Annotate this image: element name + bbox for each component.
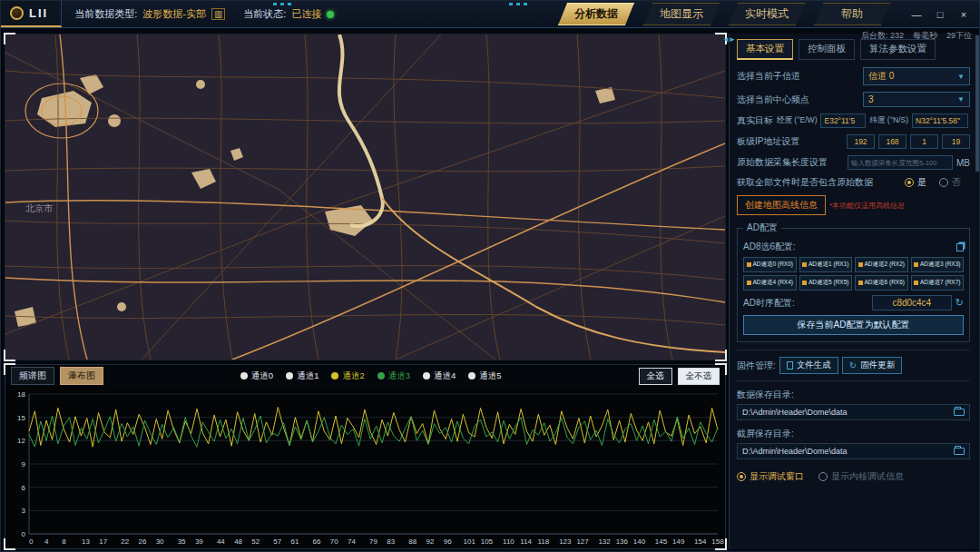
- firmware-update-button[interactable]: ↻固件更新: [842, 357, 902, 374]
- ad-channel-7-button[interactable]: AD通道7 (RX7): [911, 275, 965, 291]
- legend-channel-3[interactable]: 通道3: [377, 370, 410, 382]
- divider: [737, 350, 970, 350]
- capture-unit-label: MB: [956, 158, 970, 168]
- nav-analyze-data[interactable]: 分析数据: [558, 3, 634, 25]
- show-kernel-debug-radio[interactable]: [818, 472, 828, 481]
- svg-text:3: 3: [22, 507, 26, 515]
- ad-channel-0-button[interactable]: AD通道0 (RX0): [743, 257, 797, 272]
- folder-icon[interactable]: [954, 409, 965, 416]
- status-meta: 后台数: 232 每毫秒 29下位: [861, 30, 972, 42]
- ad-channel-icon: [802, 281, 807, 285]
- logo-text: LII: [29, 6, 48, 20]
- save-ad-config-button[interactable]: 保存当前AD配置为默认配置: [743, 315, 964, 335]
- ad-channel-icon: [747, 281, 751, 285]
- legend-channel-1[interactable]: 通道1: [286, 370, 318, 382]
- settings-scrollbar[interactable]: [975, 34, 979, 549]
- latitude-field[interactable]: [912, 113, 968, 128]
- longitude-label: 经度 (°E/W): [777, 115, 817, 126]
- include-raw-no-radio[interactable]: [939, 178, 948, 187]
- data-type-value: 波形数据-实部: [142, 7, 206, 21]
- svg-text:26: 26: [138, 537, 146, 546]
- spectrum-panel: 频谱图 瀑布图 通道0 通道1 通道2 通道3 通道4 通道5 全选 全不选 0…: [5, 364, 726, 549]
- ad-timing-label: AD时序配置:: [743, 297, 868, 310]
- corner-bracket-icon: [4, 350, 15, 361]
- capture-length-field[interactable]: [848, 155, 953, 170]
- svg-text:13: 13: [82, 537, 90, 546]
- svg-text:114: 114: [520, 537, 532, 546]
- deselect-all-button[interactable]: 全不选: [678, 368, 720, 385]
- ip-octet-1-field[interactable]: [847, 134, 875, 149]
- tab-algorithm-params[interactable]: 算法参数设置: [860, 39, 936, 60]
- refresh-icon[interactable]: ↻: [956, 297, 964, 309]
- screenshot-dir-field[interactable]: D:\Admin\Header\Dome\data: [737, 443, 970, 459]
- tab-spectrogram[interactable]: 频谱图: [11, 367, 54, 385]
- svg-text:83: 83: [387, 537, 395, 546]
- ad-channel-label: AD通道0 (RX0): [753, 261, 793, 269]
- meta-rate: 每毫秒: [913, 30, 937, 42]
- legend-channel-5[interactable]: 通道5: [468, 370, 501, 382]
- ad-channel-2-button[interactable]: AD通道2 (RX2): [855, 257, 908, 272]
- nav-help[interactable]: 帮助: [814, 3, 890, 25]
- freq-select-value: 3: [868, 94, 874, 104]
- svg-text:39: 39: [195, 537, 203, 546]
- show-debug-window-radio[interactable]: [737, 472, 746, 481]
- svg-text:57: 57: [273, 537, 281, 546]
- legend-channel-0[interactable]: 通道0: [240, 370, 273, 382]
- tab-control-panel[interactable]: 控制面板: [799, 39, 855, 60]
- ip-octet-4-field[interactable]: [942, 134, 970, 149]
- channel-dot-icon: [377, 372, 385, 380]
- splitter-arrows-icon[interactable]: ◄►: [722, 35, 735, 44]
- svg-text:79: 79: [369, 537, 377, 546]
- legend-label: 通道4: [434, 370, 456, 382]
- legend-channel-2[interactable]: 通道2: [331, 370, 364, 382]
- copy-icon[interactable]: [956, 243, 964, 251]
- svg-text:118: 118: [537, 537, 549, 546]
- ad-channel-5-button[interactable]: AD通道5 (RX5): [799, 275, 853, 291]
- map-panel[interactable]: 北京市: [5, 34, 726, 360]
- close-button[interactable]: ×: [954, 9, 974, 20]
- channel-select[interactable]: 信道 0 ▼: [863, 67, 970, 85]
- ad-channel-grid: AD通道0 (RX0) AD通道1 (RX1) AD通道2 (RX2) AD通道…: [743, 257, 964, 291]
- ip-octet-3-field[interactable]: [910, 134, 938, 149]
- screenshot-dir-label: 截屏保存目录:: [737, 428, 970, 440]
- longitude-field[interactable]: [820, 113, 866, 128]
- create-contour-button[interactable]: 创建地图高线信息: [737, 195, 826, 215]
- include-raw-yes-radio[interactable]: [905, 178, 914, 187]
- svg-text:52: 52: [251, 537, 260, 546]
- ad-channel-1-button[interactable]: AD通道1 (RX1): [799, 257, 853, 272]
- minimize-button[interactable]: —: [906, 9, 926, 20]
- ad-timing-field[interactable]: [872, 295, 952, 310]
- tab-waterfall[interactable]: 瀑布图: [60, 367, 103, 385]
- ad-config-group: AD配置 AD8选6配置: AD通道0 (RX0) AD通道1 (RX1) AD…: [737, 222, 970, 342]
- map-city-label: 北京市: [25, 203, 54, 213]
- nav-map-display[interactable]: 地图显示: [643, 3, 720, 25]
- ad-channel-label: AD通道7 (RX7): [920, 279, 960, 287]
- svg-text:145: 145: [655, 537, 668, 546]
- svg-text:17: 17: [99, 537, 107, 546]
- include-raw-no-label: 否: [952, 176, 961, 189]
- corner-bracket-icon: [4, 33, 15, 44]
- maximize-button[interactable]: □: [930, 9, 950, 20]
- ad-channel-4-button[interactable]: AD通道4 (RX4): [743, 275, 797, 291]
- spectrum-chart[interactable]: 0369121518048131722263035394448525761667…: [5, 387, 725, 547]
- svg-text:61: 61: [291, 537, 299, 546]
- scrollbar-thumb[interactable]: [975, 35, 979, 172]
- show-kernel-debug-label: 显示内核调试信息: [831, 470, 904, 483]
- folder-icon[interactable]: [954, 448, 965, 455]
- data-dir-field[interactable]: D:\Admin\Header\Dome\data: [737, 404, 970, 420]
- svg-text:48: 48: [234, 537, 242, 546]
- freq-select[interactable]: 3 ▼: [863, 92, 970, 107]
- legend-channel-4[interactable]: 通道4: [423, 370, 456, 382]
- file-generate-button[interactable]: 文件生成: [779, 357, 838, 374]
- ip-octet-2-field[interactable]: [878, 134, 906, 149]
- data-dir-value: D:\Admin\Header\Dome\data: [742, 408, 848, 417]
- nav-realtime-mode[interactable]: 实时模式: [729, 3, 805, 25]
- tab-basic-settings[interactable]: 基本设置: [737, 39, 793, 60]
- channel-dot-icon: [468, 372, 475, 380]
- ad-channel-3-button[interactable]: AD通道3 (RX3): [911, 257, 965, 272]
- map-canvas[interactable]: 北京市: [5, 34, 725, 360]
- ad-channel-6-button[interactable]: AD通道6 (RX6): [855, 275, 908, 291]
- svg-text:6: 6: [22, 484, 26, 492]
- corner-bracket-icon: [4, 363, 15, 375]
- select-all-button[interactable]: 全选: [639, 368, 672, 385]
